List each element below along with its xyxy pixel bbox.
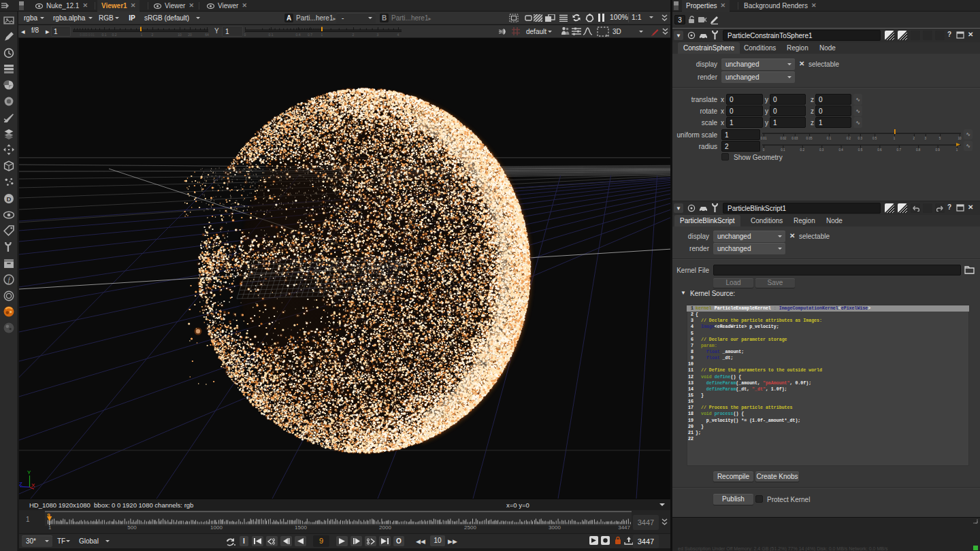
- svg-text:Z: Z: [19, 481, 22, 487]
- svg-text:0.6: 0.6: [877, 148, 882, 152]
- svg-text:0.1: 0.1: [781, 148, 785, 152]
- svg-text:2000: 2000: [379, 524, 391, 531]
- svg-text:1500: 1500: [295, 524, 307, 531]
- svg-text:0.7: 0.7: [897, 148, 902, 152]
- svg-text:Y: Y: [27, 469, 31, 475]
- svg-text:2: 2: [913, 137, 915, 140]
- svg-text:0.3: 0.3: [819, 148, 824, 152]
- svg-text:0.02: 0.02: [780, 137, 786, 140]
- svg-text:X: X: [31, 482, 35, 488]
- svg-text:0.1: 0.1: [827, 137, 832, 140]
- svg-text:0.5: 0.5: [872, 137, 877, 140]
- svg-text:3: 3: [925, 137, 927, 140]
- svg-text:500: 500: [127, 524, 137, 531]
- svg-text:0.3: 0.3: [858, 137, 863, 140]
- svg-text:0.2: 0.2: [800, 148, 805, 152]
- svg-text:3000: 3000: [549, 524, 561, 531]
- svg-text:0.2: 0.2: [847, 137, 851, 140]
- svg-text:1000: 1000: [210, 524, 223, 531]
- svg-text:10: 10: [958, 137, 962, 140]
- svg-text:0.8: 0.8: [916, 148, 921, 152]
- svg-text:1: 1: [956, 148, 958, 152]
- svg-text:0: 0: [763, 148, 765, 152]
- svg-text:D: D: [7, 195, 12, 203]
- svg-text:5: 5: [939, 137, 941, 140]
- svg-text:3447: 3447: [618, 524, 630, 531]
- svg-text:f: f: [8, 276, 11, 284]
- svg-text:0.03: 0.03: [791, 137, 798, 140]
- svg-text:1: 1: [894, 137, 896, 140]
- svg-text:0.5: 0.5: [858, 148, 863, 152]
- svg-text:0.01: 0.01: [761, 137, 767, 140]
- svg-text:2500: 2500: [464, 524, 476, 531]
- svg-text:0.4: 0.4: [838, 148, 843, 152]
- svg-text:9: 9: [47, 512, 50, 518]
- svg-text:1: 1: [48, 524, 52, 531]
- svg-text:0.9: 0.9: [935, 148, 940, 152]
- svg-text:0.05: 0.05: [806, 137, 813, 140]
